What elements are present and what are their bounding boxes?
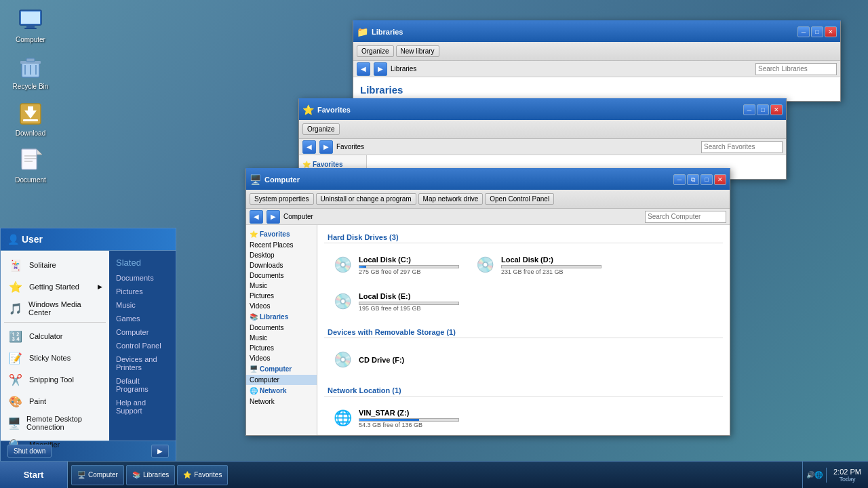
computer-back-btn[interactable]: ◀	[250, 210, 263, 224]
games-r-label: Games	[116, 314, 140, 323]
computer-toolbar: System properties Uninstall or change a …	[246, 190, 730, 209]
taskbar-clock[interactable]: 2:02 PM Today	[826, 468, 868, 483]
computer-controlpanel-btn[interactable]: Open Control Panel	[485, 193, 554, 205]
favorites-sidebar-header: ⭐Favorites	[246, 228, 317, 240]
start-menu-right: Slated Documents Pictures Music Games Co…	[109, 251, 176, 441]
favorites-search[interactable]	[701, 141, 783, 153]
start-menu-left: 🃏 Solitaire ⭐ Getting Started ▶ 🎵 Window…	[1, 251, 109, 441]
download-icon	[17, 100, 44, 127]
tray-volume-icon[interactable]: 🔊	[806, 471, 814, 479]
start-item-music-r[interactable]: Music	[109, 298, 176, 312]
sidebar-downloads[interactable]: Downloads	[246, 260, 317, 270]
slated-text: Slated	[109, 254, 176, 271]
favorites-back-btn[interactable]: ◀	[302, 140, 316, 154]
taskbar-item-favorites[interactable]: ⭐ Favorites	[177, 465, 228, 485]
start-item-documents-r[interactable]: Documents	[109, 271, 176, 285]
sidebar-computer[interactable]: Computer	[246, 375, 317, 385]
sidebar-recent-places[interactable]: Recent Places	[246, 240, 317, 250]
sidebar-network[interactable]: Network	[246, 396, 317, 407]
computer-window: 🖥️ Computer ─ ⧉ □ ✕ System properties Un…	[245, 168, 730, 436]
libraries-toolbar: Organize New library	[353, 42, 840, 61]
drive-f[interactable]: 💿 CD Drive (F:)	[328, 345, 463, 375]
desktop-icon-computer[interactable]: Computer	[7, 7, 54, 43]
drive-c[interactable]: 💿 Local Disk (C:) 275 GB free of 297 GB	[328, 250, 463, 280]
help-label: Help and Support	[116, 399, 169, 415]
network-sidebar-header: 🌐Network	[246, 385, 317, 396]
computer-r-label: Computer	[116, 328, 149, 336]
libraries-maximize-btn[interactable]: □	[811, 26, 823, 37]
computer-mapnetwork-btn[interactable]: Map network drive	[418, 193, 484, 205]
svg-rect-16	[22, 149, 37, 169]
favorites-organize-btn[interactable]: Organize	[302, 123, 340, 135]
taskbar-item-computer[interactable]: 🖥️ Computer	[71, 465, 124, 485]
libraries-organize-btn[interactable]: Organize	[357, 45, 394, 57]
sidebar-desktop[interactable]: Desktop	[246, 250, 317, 260]
sidebar-videos[interactable]: Videos	[246, 301, 317, 311]
drive-f-info: CD Drive (F:)	[359, 356, 459, 364]
favorites-window-controls: ─ □ ✕	[743, 104, 783, 115]
libraries-minimize-btn[interactable]: ─	[797, 26, 810, 37]
start-menu-header: 👤 User	[1, 228, 176, 251]
start-item-computer-r[interactable]: Computer	[109, 325, 176, 339]
start-item-remote[interactable]: 🖥️ Remote Desktop Connection	[1, 412, 109, 434]
taskbar-computer-icon: 🖥️	[77, 471, 85, 479]
drive-e-bar	[359, 302, 459, 305]
computer-maximize-btn[interactable]: □	[701, 174, 713, 185]
sidebar-lib-pictures[interactable]: Pictures	[246, 343, 317, 353]
snipping-icon: ✂️	[7, 371, 24, 388]
start-item-control-panel[interactable]: Control Panel	[109, 339, 176, 352]
start-item-solitaire[interactable]: 🃏 Solitaire	[1, 254, 109, 276]
start-item-help[interactable]: Help and Support	[109, 396, 176, 418]
libraries-new-library-btn[interactable]: New library	[396, 45, 439, 57]
sidebar-music[interactable]: Music	[246, 281, 317, 291]
favorites-maximize-btn[interactable]: □	[757, 104, 769, 115]
start-item-calculator[interactable]: 🔢 Calculator	[1, 325, 109, 347]
desktop-icon-download[interactable]: Download	[7, 100, 54, 137]
favorites-forward-btn[interactable]: ▶	[319, 140, 333, 154]
computer-sysprops-btn[interactable]: System properties	[250, 193, 314, 205]
drive-z-info: VIN_STAR (Z:) 54.3 GB free of 136 GB	[359, 409, 459, 428]
libraries-header-title: Libraries	[360, 84, 833, 96]
start-item-snipping[interactable]: ✂️ Snipping Tool	[1, 369, 109, 390]
sidebar-lib-documents[interactable]: Documents	[246, 323, 317, 333]
drive-e[interactable]: 💿 Local Disk (E:) 195 GB free of 195 GB	[328, 287, 463, 317]
sidebar-lib-music[interactable]: Music	[246, 333, 317, 343]
computer-search[interactable]	[645, 211, 726, 223]
svg-rect-13	[23, 119, 38, 121]
libraries-search[interactable]	[755, 63, 837, 75]
start-item-windows-media[interactable]: 🎵 Windows Media Center	[1, 298, 109, 319]
start-item-games-r[interactable]: Games	[109, 312, 176, 325]
sidebar-lib-videos[interactable]: Videos	[246, 353, 317, 363]
start-item-pictures-r[interactable]: Pictures	[109, 285, 176, 298]
sidebar-documents[interactable]: Documents	[246, 270, 317, 281]
libraries-close-btn[interactable]: ✕	[825, 26, 837, 37]
favorites-titlebar: ⭐ Favorites ─ □ ✕	[299, 100, 786, 120]
favorites-minimize-btn[interactable]: ─	[743, 104, 755, 115]
favorites-window: ⭐ Favorites ─ □ ✕ Organize ◀ ▶ Favorites…	[298, 98, 787, 180]
libraries-forward-btn[interactable]: ▶	[374, 62, 387, 76]
start-item-default-programs[interactable]: Default Programs	[109, 374, 176, 396]
start-item-paint[interactable]: 🎨 Paint	[1, 390, 109, 412]
drive-d[interactable]: 💿 Local Disk (D:) 231 GB free of 231 GB	[470, 250, 606, 280]
computer-close-btn[interactable]: ✕	[714, 174, 726, 185]
computer-uninstall-btn[interactable]: Uninstall or change a program	[316, 193, 416, 205]
computer-minimize-btn[interactable]: ─	[673, 174, 686, 185]
desktop-icon-document[interactable]: Document	[7, 147, 54, 184]
start-button[interactable]: Start	[0, 462, 68, 489]
sidebar-pictures[interactable]: Pictures	[246, 291, 317, 301]
start-item-sticky-notes[interactable]: 📝 Sticky Notes	[1, 347, 109, 369]
desktop: Computer Recycle Bin	[0, 0, 868, 488]
libraries-back-btn[interactable]: ◀	[357, 62, 370, 76]
desktop-icon-recycle-bin[interactable]: Recycle Bin	[7, 54, 54, 90]
drive-e-info: Local Disk (E:) 195 GB free of 195 GB	[359, 292, 459, 312]
start-item-devices[interactable]: Devices and Printers	[109, 352, 176, 374]
shutdown-btn[interactable]: Shut down	[7, 445, 52, 458]
computer-forward-btn[interactable]: ▶	[267, 210, 280, 224]
favorites-close-btn[interactable]: ✕	[770, 104, 783, 115]
tray-network-icon[interactable]: 🌐	[814, 471, 823, 479]
computer-restore-btn[interactable]: ⧉	[687, 174, 699, 185]
start-item-getting-started[interactable]: ⭐ Getting Started ▶	[1, 276, 109, 298]
taskbar-item-libraries[interactable]: 📚 Libraries	[126, 465, 175, 485]
drive-z[interactable]: 🌐 VIN_STAR (Z:) 54.3 GB free of 136 GB	[328, 403, 463, 433]
shutdown-options-btn[interactable]: ▶	[151, 445, 169, 458]
